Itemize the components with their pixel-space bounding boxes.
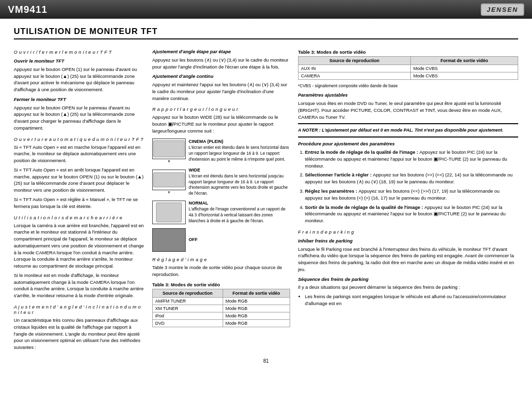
right-sec3-title: Procédure pour ajustement des paramètres	[298, 140, 518, 147]
normal-text: L'affichage de l'image conventionnel a u…	[189, 206, 290, 224]
off-label: OFF	[189, 237, 198, 242]
table2-title: Table 3: Modes de sortie vidéo	[298, 49, 518, 55]
sec1-title: O u v r i r / f e r m e r l e m o n i t …	[14, 49, 144, 55]
mid-sec4-title: R é g l a g e d ' i m a g e	[152, 257, 290, 262]
sec1-sub2-title: Fermer le moniteur TFT	[14, 96, 144, 103]
page-content: UTILISATION DE MONITEUR TFT O u v r i r …	[0, 19, 532, 372]
mid-sec3-title: R a p p o r t l a r g e u r / l o n g u …	[152, 106, 290, 112]
cinema-arrow: ▼	[167, 159, 171, 164]
mid-sec2-text: Appuyez et maintenez l'appui sur les bou…	[152, 81, 290, 102]
list-item: Les freins de parkings sont engagées lor…	[305, 293, 518, 307]
sec2-title: O u v e r t u r e a u t o m a t i q u e …	[14, 137, 144, 142]
sec1-sub2-text: Appuyez sur le bouton OPEN sur le pannea…	[14, 104, 144, 132]
sec3-title: U t i l i s a t i o n l o r s d e m a r …	[14, 215, 144, 220]
normal-row: NORMAL L'affichage de l'image convention…	[152, 201, 290, 224]
right-sec1-title: Paramètres ajustables	[298, 92, 518, 99]
right-sec4-sub1-title: Inhiber freins de parking	[298, 238, 518, 244]
table-row: DVDMode RGB	[153, 319, 290, 327]
table2-note: *CVBS - signalement composite vidéo dand…	[298, 83, 518, 89]
mid-sec1-title: Ajustement d'angle étape par étape	[152, 48, 290, 55]
right-sec4-text2: Il y a deux situations qui peuvent démar…	[298, 284, 518, 291]
divider1	[298, 123, 518, 124]
table-row: CAMERAMode CVBS	[299, 72, 518, 80]
table1: Source de reproduction Format de sortie …	[152, 289, 290, 327]
table2: Source de reproduction Format de sortie …	[298, 56, 518, 80]
mid-sec4-text: Table 3 montre le mode de sortie vidéo p…	[152, 264, 290, 278]
sec2-text3: Si « TFT Auto Open » est réglée à « Manu…	[14, 196, 144, 210]
wide-label: WIDE	[189, 168, 290, 172]
sec2-text1: Si « TFT Auto Open » est en marche lorsq…	[14, 144, 144, 164]
wide-row: ▼ WIDE L'écran est étendu dans le sens h…	[152, 168, 290, 197]
table2-header-0: Source de reproduction	[299, 57, 411, 65]
cinema-text: L'écran entier est étendu dans le sens h…	[189, 145, 290, 163]
model-title: VM9411	[8, 4, 48, 15]
wide-arrow: ▼	[167, 190, 171, 195]
mid-sec3-text: Appuyez sur le bouton WIDE (28) sur la t…	[152, 114, 290, 134]
table1-header-1: Format de sortie vidéo	[223, 289, 290, 297]
list-item: Entrez la mode de réglage de la qualité …	[305, 149, 518, 169]
cinema-screen	[152, 138, 186, 159]
page-title: UTILISATION DE MONITEUR TFT	[14, 27, 518, 39]
sec4-title: A j u s t e m e n t d ' a n g l e d ' i …	[14, 304, 144, 315]
mid-sec1-text: Appuyez sur les boutons (∧) ou (∨) (3,4)…	[152, 57, 290, 70]
table-row: AM/FM TUNERMode RGB	[153, 297, 290, 305]
sec4-text: Un caractéristique très connu des pannea…	[14, 317, 144, 351]
off-row: OFF	[152, 228, 290, 252]
page-number: 81	[14, 358, 518, 364]
normal-screen	[152, 201, 186, 224]
sec1-sub1-text: Appuyez sur le bouton OPEN (1) sur le pa…	[14, 66, 144, 93]
off-screen	[152, 228, 186, 252]
brand-logo: JENSEN	[481, 3, 524, 16]
cinema-row: ▼ CINEMA (PLEIN) L'écran entier est éten…	[152, 138, 290, 164]
wide-screen	[152, 170, 186, 190]
table1-title: Table 3: Modes de sortie vidéo	[152, 282, 290, 287]
right-column: Table 3: Modes de sortie vidéo Source de…	[298, 45, 518, 308]
left-column: O u v r i r / f e r m e r l e m o n i t …	[14, 45, 144, 353]
content-columns: O u v r i r / f e r m e r l e m o n i t …	[14, 45, 518, 353]
parking-bullets: Les freins de parkings sont engagées lor…	[298, 293, 518, 307]
table2-header-1: Format de sortie vidéo	[411, 57, 518, 65]
mid-sec2-title: Ajustement d'angle continu	[152, 73, 290, 80]
header: VM9411 JENSEN	[0, 0, 532, 19]
sec1-sub1-title: Ouvrir le moniteur TFT	[14, 58, 144, 65]
list-item: Sortir de la mode de réglage de la quali…	[305, 204, 518, 224]
mid-column: Ajustement d'angle étape par étape Appuy…	[152, 45, 290, 330]
normal-label: NORMAL	[189, 201, 290, 206]
sec3-text: Lorsque la caméra à vue arrière est bran…	[14, 222, 144, 270]
divider2	[298, 137, 518, 137]
table-row: iPodMode RGB	[153, 312, 290, 319]
procedure-steps: Entrez la mode de réglage de la qualité …	[298, 149, 518, 224]
right-sec1-text: Lorsque vous êtes en mode DVD ou Tuner, …	[298, 100, 518, 120]
wide-text: L'écran est étendu dans le sens horizont…	[189, 173, 290, 197]
right-sec4-text1: Lorsque le fil Parking rose est branché …	[298, 246, 518, 273]
sec2-text2: Si « TFT Auto Open » est en arrêt lorsqu…	[14, 167, 144, 194]
right-sec2-note: A NOTER : L'ajustement par défaut est 0 …	[298, 127, 518, 134]
right-sec4-sub2-title: Séquence des freins de parking	[298, 276, 518, 283]
table-row: XM TUNERMode RGB	[153, 305, 290, 312]
table1-header-0: Source de reproduction	[153, 289, 223, 297]
list-item: Sélectionner l'article à régler : Appuye…	[305, 171, 518, 185]
list-item: Réglez les paramètres : Appuyez sur les …	[305, 188, 518, 202]
aspect-ratio-diagrams: ▼ CINEMA (PLEIN) L'écran entier est éten…	[152, 138, 290, 252]
table-row: AUX INMode CVBS	[299, 65, 518, 72]
cinema-label: CINEMA (PLEIN)	[189, 139, 290, 144]
right-sec4-title: F r e i n s d e p a r k i n g	[298, 229, 518, 235]
sec3-text2: Si le moniteur est en mode d'affichage, …	[14, 272, 144, 299]
